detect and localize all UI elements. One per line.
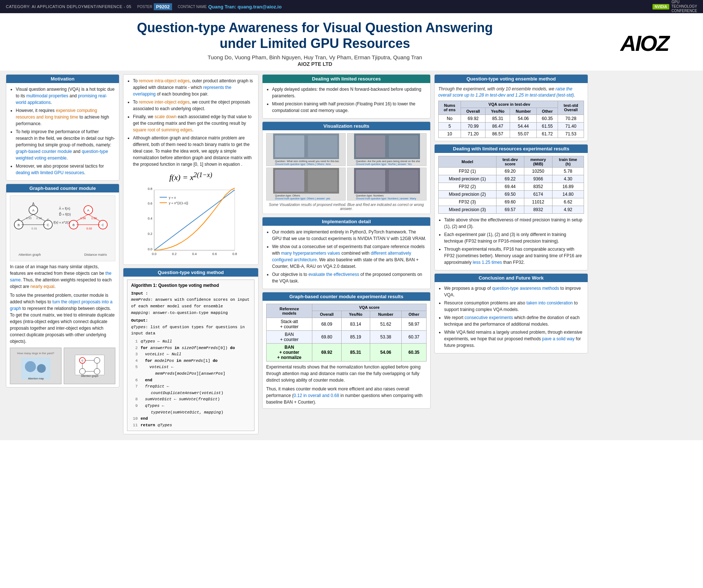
ens-10-number: 55.07 xyxy=(510,130,537,138)
fp32-1-score: 69.20 xyxy=(496,167,524,175)
limited-exp-section: Dealing with limited resources experimen… xyxy=(434,144,588,270)
ensemble-intro: Through the experiment, with only 10 ens… xyxy=(438,86,584,98)
alg-line-3: 3voteList ← Null xyxy=(131,351,250,358)
viz-img-3: Question-type: Others Ground truth quest… xyxy=(266,168,346,201)
viz-svg-3: Question-type: Others Ground truth quest… xyxy=(273,168,339,200)
fp32-1-model: FP32 (1) xyxy=(439,167,496,175)
alg-line-9: 9qTypes ← xyxy=(131,403,250,409)
category-label: CATEGORY: AI APPLICATION DEPLOYMENT/INFE… xyxy=(6,4,131,9)
viz-img-2: Question: Are the pots and pans being st… xyxy=(347,133,427,166)
viz-caption: Some Visualization results of proposed m… xyxy=(266,203,427,211)
limited-exp-bullet-1: Table above show the effectiveness of mi… xyxy=(444,217,584,230)
poster-label: POSTER xyxy=(137,5,152,9)
implementation-section: Implementation detail Our models are imp… xyxy=(262,217,431,289)
alg-line-7: 7freqDict ← xyxy=(131,383,250,390)
algorithm-header: Question-type voting method xyxy=(123,268,258,277)
limited-row-mixed-3: Mixed precision (3) 69.57 8932 4.92 xyxy=(439,206,584,213)
motivation-header: Motivation xyxy=(6,75,119,83)
ens-5: 5 xyxy=(439,122,461,130)
motivation-item-4: Moreover, we also propose several tactic… xyxy=(16,163,115,176)
graph-counter-section: Graph-based counter module A A B B C C xyxy=(6,184,119,387)
attention-map-svg: Attention map xyxy=(19,356,52,381)
svg-text:0.31: 0.31 xyxy=(31,227,37,230)
svg-text:0.6: 0.6 xyxy=(148,202,152,205)
ban-number: 53.38 xyxy=(370,331,401,344)
output-label: Output: xyxy=(131,318,148,323)
svg-text:0.2: 0.2 xyxy=(172,252,177,256)
svg-rect-82 xyxy=(389,170,418,192)
mixed-3-time: 4.92 xyxy=(552,206,584,213)
conclusion-item-4: While VQA field remains a largely unsolv… xyxy=(444,329,584,349)
col-mid-left: To remove intra-object edges, outer prod… xyxy=(123,74,258,434)
col-mid-right: Dealing with limited resources Apply del… xyxy=(262,74,431,434)
graph-counter-header: Graph-based counter module xyxy=(6,184,119,192)
implementation-list: Our models are implemented entirely in P… xyxy=(266,229,427,284)
attention-map-img: How many dogs in the yard? Attention map xyxy=(10,348,62,384)
counter-table-header-row: Referencemodels VQA score xyxy=(267,304,427,311)
svg-text:0.6: 0.6 xyxy=(212,252,217,256)
model-ban-normalize: BAN+ counter+ normalize xyxy=(267,344,312,362)
ban-norm-yesno: 85.31 xyxy=(341,344,370,362)
ens-row-10: 10 71.20 86.57 55.07 61.72 71.53 xyxy=(439,130,584,138)
stackatt-other: 58.97 xyxy=(402,318,427,331)
visualization-section: Visualization results Question: What siz… xyxy=(262,121,431,214)
mixed-2-memory: 6174 xyxy=(524,190,552,198)
graph-diagram: A A B B C C 0.95 0.98 0.31 xyxy=(10,195,115,261)
ens-5-yesno: 86.47 xyxy=(486,122,510,130)
model-col-header: Model xyxy=(439,156,496,167)
test-dev-score-header: test-devscore xyxy=(496,156,524,167)
stackatt-yesno: 83.14 xyxy=(341,318,370,331)
authors: Tuong Do, Vuong Pham, Binh Nguyen, Huy T… xyxy=(22,54,608,60)
alg-line-8: 8sumVoteDict ← sumVote(freqDict) xyxy=(131,396,250,403)
svg-text:0.0: 0.0 xyxy=(152,252,157,256)
limited-exp-header: Dealing with limited resources experimen… xyxy=(435,145,588,153)
svg-rect-71 xyxy=(356,135,385,157)
svg-rect-77 xyxy=(308,170,337,192)
svg-text:y = x: y = x xyxy=(169,196,176,199)
limited-exp-table: Model test-devscore memory(MiB) train ti… xyxy=(438,156,584,214)
ban-other: 60.37 xyxy=(402,331,427,344)
content-area: Motivation Visual question answering (VQ… xyxy=(0,71,703,440)
svg-text:0.4: 0.4 xyxy=(148,217,152,220)
limited-row-fp32-1: FP32 (1) 69.20 10250 5.78 xyxy=(439,167,584,175)
header-left: CATEGORY: AI APPLICATION DEPLOYMENT/INFE… xyxy=(6,3,282,10)
svg-point-33 xyxy=(25,361,36,372)
ens-overall-header: Overall xyxy=(461,108,486,115)
alg-line-2: 2for answerPos in sizeOf(memPreds[0]) do xyxy=(131,345,250,352)
contact-email: Quang Tran: quang.tran@aioz.io xyxy=(208,4,282,10)
fp32-2-score: 69.44 xyxy=(496,183,524,190)
svg-text:Question-type: Others: Question-type: Others xyxy=(275,194,300,197)
svg-text:A: A xyxy=(87,209,89,212)
svg-point-39 xyxy=(94,357,100,363)
counter-results-text2: Thus, it makes counter module work more … xyxy=(266,386,427,405)
algorithm-input-section: Input : memPreds: answers with confidenc… xyxy=(131,291,250,316)
svg-text:0.4: 0.4 xyxy=(192,252,197,256)
number-header: Number xyxy=(370,311,401,318)
header-bar: CATEGORY: AI APPLICATION DEPLOYMENT/INFE… xyxy=(0,0,703,13)
mixed-3-model: Mixed precision (3) xyxy=(439,206,496,213)
ens-no-other: 60.35 xyxy=(537,115,558,122)
algorithm-box: Algorithm 1: Question type voting method… xyxy=(127,280,254,431)
svg-text:A: A xyxy=(32,209,34,212)
mixed-1-memory: 9366 xyxy=(524,175,552,183)
svg-text:C: C xyxy=(102,223,104,227)
svg-rect-66 xyxy=(275,135,304,157)
alg-line-5b: memPreds[modelPos][answerPos] xyxy=(131,371,250,377)
alg-line-6: 6end xyxy=(131,377,250,384)
ban-overall: 69.80 xyxy=(312,331,341,344)
svg-text:Ground truth question type: Nu: Ground truth question type: Numbers | an… xyxy=(356,197,416,200)
conclusion-item-1: We proposes a group of question-type awa… xyxy=(444,285,584,298)
ens-row-5: 5 70.99 86.47 54.44 61.55 71.40 xyxy=(439,122,584,130)
input-mapping: mapping: answer-to-question-type mapping xyxy=(131,311,228,315)
fp32-3-memory: 11012 xyxy=(524,198,552,206)
ens-no-yesno: 85.31 xyxy=(486,115,510,122)
formula-display: f(x) = x2(1−x) xyxy=(127,171,254,182)
svg-text:Ground truth question type: Ye: Ground truth question type: Yes/No | ans… xyxy=(356,163,412,166)
conclusion-list: We proposes a group of question-type awa… xyxy=(438,285,584,349)
algorithm-section: Question-type voting method Algorithm 1:… xyxy=(123,268,258,435)
alg-line-4: 4for modelPos in memPreds[1] do xyxy=(131,358,250,364)
svg-text:C: C xyxy=(47,223,49,227)
stackatt-number: 51.62 xyxy=(370,318,401,331)
col-left: Motivation Visual question answering (VQ… xyxy=(6,74,119,434)
svg-text:Ground truth question type: Ot: Ground truth question type: Others | Oth… xyxy=(275,163,331,166)
